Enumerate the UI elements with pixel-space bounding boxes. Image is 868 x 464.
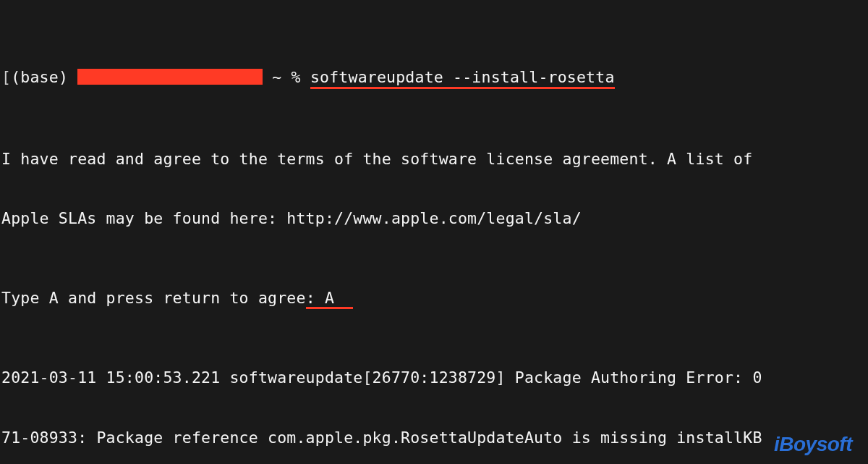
- output-line: I have read and agree to the terms of th…: [1, 149, 864, 169]
- agree-input[interactable]: : A: [306, 289, 354, 309]
- redacted-user-host: [77, 69, 263, 85]
- prompt-line-1: [(base) ~ % softwareupdate --install-ros…: [1, 67, 864, 90]
- output-line: Apple SLAs may be found here: http://www…: [1, 208, 864, 229]
- terminal-window[interactable]: [(base) ~ % softwareupdate --install-ros…: [0, 0, 868, 464]
- prompt-suffix: ~ %: [263, 68, 310, 86]
- command-text: softwareupdate --install-rosetta: [310, 67, 615, 90]
- agree-line: Type A and press return to agree: A: [1, 288, 864, 308]
- watermark-logo: iBoysoft: [774, 434, 852, 455]
- bracket-open: [: [1, 68, 11, 86]
- output-line: 71-08933: Package reference com.apple.pk…: [1, 428, 864, 448]
- agree-prompt-text: Type A and press return to agree: [1, 289, 306, 307]
- conda-env: (base): [11, 68, 68, 86]
- output-line: 2021-03-11 15:00:53.221 softwareupdate[2…: [1, 368, 864, 388]
